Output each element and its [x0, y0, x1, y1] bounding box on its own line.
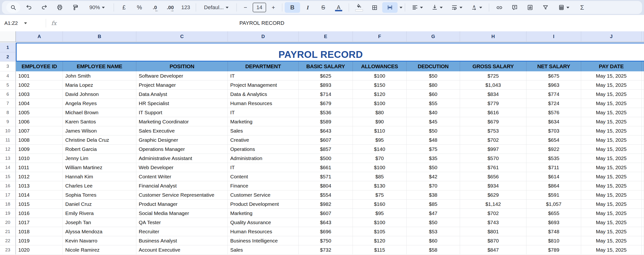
- cell[interactable]: $743: [460, 218, 526, 227]
- cell[interactable]: $80: [353, 108, 406, 117]
- cell[interactable]: Jenny Lim: [63, 154, 136, 163]
- cell[interactable]: IT: [228, 163, 299, 172]
- horizontal-align-button[interactable]: [408, 2, 427, 13]
- cell[interactable]: $50: [406, 71, 460, 81]
- cell[interactable]: $570: [460, 154, 526, 163]
- cell[interactable]: Alyssa Mendoza: [63, 227, 136, 236]
- text-wrap-button[interactable]: [447, 2, 467, 13]
- cell[interactable]: Data & Analytics: [228, 90, 299, 99]
- row-header-14[interactable]: 14: [0, 163, 16, 172]
- cell[interactable]: [642, 236, 644, 245]
- cell[interactable]: May 15, 2025: [581, 181, 642, 190]
- column-header-H[interactable]: H: [460, 31, 526, 42]
- header-cell-clipped[interactable]: [642, 62, 644, 71]
- decrease-font-size-button[interactable]: −: [239, 2, 252, 13]
- cell[interactable]: 1007: [16, 126, 63, 135]
- increase-font-size-button[interactable]: +: [267, 2, 280, 13]
- cell[interactable]: $693: [526, 218, 581, 227]
- cell[interactable]: 1012: [16, 172, 63, 181]
- cell[interactable]: $922: [526, 145, 581, 154]
- row-header-22[interactable]: 22: [0, 236, 16, 245]
- cell[interactable]: $130: [353, 181, 406, 190]
- cell[interactable]: $60: [406, 90, 460, 99]
- cell[interactable]: $85: [406, 199, 460, 209]
- header-cell[interactable]: NET SALARY: [526, 62, 581, 71]
- cell[interactable]: 1004: [16, 99, 63, 108]
- cell[interactable]: $834: [460, 90, 526, 99]
- cell[interactable]: [642, 218, 644, 227]
- row-header-15[interactable]: 15: [0, 172, 16, 181]
- cell[interactable]: 1003: [16, 90, 63, 99]
- cell[interactable]: May 15, 2025: [581, 218, 642, 227]
- header-cell[interactable]: PAY DATE: [581, 62, 642, 71]
- cell[interactable]: 1006: [16, 117, 63, 126]
- row-header-16[interactable]: 16: [0, 181, 16, 190]
- cell[interactable]: $100: [353, 99, 406, 108]
- cell[interactable]: $100: [353, 71, 406, 81]
- cell[interactable]: Account Executive: [136, 245, 228, 254]
- cell[interactable]: May 15, 2025: [581, 245, 642, 254]
- row-header-6[interactable]: 6: [0, 90, 16, 99]
- cell[interactable]: $70: [353, 154, 406, 163]
- cell[interactable]: $634: [526, 117, 581, 126]
- cell[interactable]: [642, 209, 644, 218]
- cell[interactable]: $95: [353, 135, 406, 145]
- cell[interactable]: Financial Analyst: [136, 181, 228, 190]
- vertical-align-button[interactable]: [427, 2, 447, 13]
- cell[interactable]: $35: [406, 154, 460, 163]
- row-header-21[interactable]: 21: [0, 227, 16, 236]
- cell[interactable]: Recruiter: [136, 227, 228, 236]
- number-format-button[interactable]: 123: [178, 2, 194, 13]
- cell[interactable]: [642, 126, 644, 135]
- cell[interactable]: $607: [299, 209, 353, 218]
- cell[interactable]: [642, 99, 644, 108]
- row-header-20[interactable]: 20: [0, 218, 16, 227]
- cell[interactable]: $997: [460, 145, 526, 154]
- row-header-7[interactable]: 7: [0, 99, 16, 108]
- cell[interactable]: $75: [353, 190, 406, 199]
- merged-title-cell[interactable]: PAYROL RECORD: [16, 43, 644, 62]
- cell[interactable]: Customer Service: [228, 190, 299, 199]
- name-box[interactable]: A1:Z2: [0, 20, 42, 26]
- cell[interactable]: $702: [460, 209, 526, 218]
- cell[interactable]: $500: [299, 154, 353, 163]
- cell[interactable]: $750: [299, 236, 353, 245]
- cell[interactable]: Maria Lopez: [63, 81, 136, 90]
- select-all-corner[interactable]: [0, 31, 16, 42]
- cell[interactable]: John Smith: [63, 71, 136, 81]
- cell[interactable]: [642, 181, 644, 190]
- cell[interactable]: May 15, 2025: [581, 126, 642, 135]
- cell[interactable]: Kevin Navarro: [63, 236, 136, 245]
- cell[interactable]: [642, 154, 644, 163]
- cell[interactable]: [642, 81, 644, 90]
- cell[interactable]: [642, 145, 644, 154]
- cell[interactable]: Sales Executive: [136, 126, 228, 135]
- cell[interactable]: May 15, 2025: [581, 227, 642, 236]
- column-header-clipped[interactable]: [642, 31, 644, 42]
- cell[interactable]: $779: [460, 99, 526, 108]
- row-header-10[interactable]: 10: [0, 126, 16, 135]
- cell[interactable]: $50: [406, 218, 460, 227]
- cell[interactable]: May 15, 2025: [581, 71, 642, 81]
- cell[interactable]: May 15, 2025: [581, 81, 642, 90]
- cell[interactable]: $629: [460, 190, 526, 199]
- row-header-19[interactable]: 19: [0, 209, 16, 218]
- cell[interactable]: $554: [299, 190, 353, 199]
- cell[interactable]: $50: [406, 163, 460, 172]
- cell[interactable]: Sales: [228, 245, 299, 254]
- cell[interactable]: $614: [526, 172, 581, 181]
- cell[interactable]: Angela Reyes: [63, 99, 136, 108]
- cell[interactable]: IT Support: [136, 108, 228, 117]
- cell[interactable]: Human Resources: [228, 227, 299, 236]
- print-button[interactable]: [52, 2, 68, 13]
- cell[interactable]: IT: [228, 71, 299, 81]
- cell[interactable]: $801: [460, 227, 526, 236]
- row-header-13[interactable]: 13: [0, 154, 16, 163]
- cell[interactable]: Nicole Ramirez: [63, 245, 136, 254]
- row-header-9[interactable]: 9: [0, 117, 16, 126]
- cell[interactable]: Marketing Coordinator: [136, 117, 228, 126]
- cell[interactable]: Michael Brown: [63, 108, 136, 117]
- cell[interactable]: May 15, 2025: [581, 145, 642, 154]
- cell[interactable]: Customer Service Representative: [136, 190, 228, 199]
- cell[interactable]: $732: [299, 245, 353, 254]
